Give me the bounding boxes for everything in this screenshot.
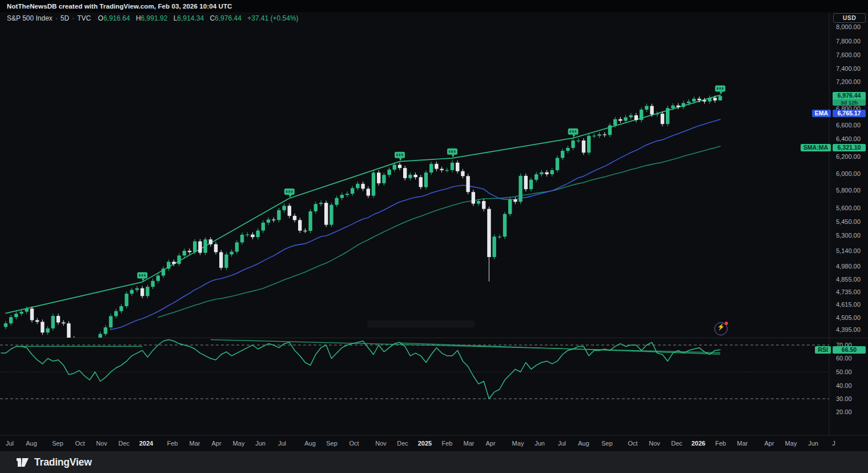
- candle-body: [618, 119, 622, 121]
- rsi-pane[interactable]: [0, 340, 829, 399]
- candle-body: [240, 235, 244, 242]
- candle-body: [46, 328, 49, 332]
- time-tick-label: J: [832, 440, 835, 447]
- candle-body: [41, 322, 44, 332]
- candle-body: [629, 115, 633, 118]
- candle-body: [718, 96, 722, 101]
- open-label: O: [98, 14, 103, 22]
- candle-body: [293, 216, 296, 220]
- notification-dot: [725, 322, 728, 325]
- candle-body: [666, 108, 669, 124]
- candle-body: [702, 100, 706, 101]
- candle-body: [172, 262, 175, 264]
- candle-body: [14, 314, 18, 317]
- attribution-text: NotTheNewsDB created with TradingView.co…: [7, 3, 232, 10]
- candle-body: [109, 316, 112, 327]
- candle-body: [83, 340, 86, 350]
- candle-body: [419, 177, 423, 187]
- candle-body: [251, 235, 254, 238]
- candle-body: [72, 338, 75, 342]
- candle-body: [535, 174, 538, 180]
- price-axis[interactable]: [829, 23, 868, 435]
- high-value: 6,991.92: [141, 14, 168, 22]
- candle-body: [25, 308, 29, 311]
- candle-body: [466, 176, 469, 192]
- candle-body: [361, 184, 364, 189]
- candle-body: [498, 236, 501, 237]
- tradingview-logo-icon: [16, 456, 29, 469]
- rsi-line: [1, 340, 720, 399]
- candle-body: [592, 136, 596, 137]
- candle-body: [124, 294, 128, 306]
- candle-body: [697, 99, 701, 101]
- ema-price-label: EMA 6,765.17: [812, 110, 866, 117]
- candle-body: [445, 170, 449, 171]
- sma-value: 6,321.10: [833, 144, 866, 151]
- candle-body: [640, 110, 643, 120]
- trendline-anchor-marker[interactable]: [715, 85, 725, 94]
- candle-body: [613, 119, 617, 126]
- candle-body: [582, 141, 585, 153]
- tradingview-logo[interactable]: TradingView: [16, 456, 92, 469]
- candle-body: [519, 176, 522, 202]
- candle-body: [708, 98, 712, 101]
- instant-trading-button[interactable]: ⚡: [714, 322, 728, 335]
- candle-body: [351, 188, 354, 194]
- candle-body: [529, 180, 533, 189]
- symbol-name[interactable]: S&P 500 Index: [7, 14, 53, 22]
- candle-body: [329, 205, 333, 225]
- candle-body: [424, 173, 428, 187]
- candles: [4, 95, 722, 364]
- candle-body: [209, 239, 212, 244]
- tradingview-chart-window: 8,000.007,800.007,600.007,400.007,200.00…: [0, 0, 868, 473]
- candle-body: [130, 290, 134, 294]
- rsi-value: 66.50: [833, 346, 866, 354]
- main-chart-pane[interactable]: [4, 85, 725, 364]
- candle-body: [62, 322, 65, 323]
- candle-body: [540, 173, 543, 174]
- rsi-trendline[interactable]: [211, 340, 720, 353]
- currency-toggle-button[interactable]: USD: [833, 13, 866, 23]
- trendline-anchor-marker[interactable]: [284, 189, 295, 198]
- candle-body: [288, 206, 291, 216]
- rsi-trendline[interactable]: [400, 343, 720, 354]
- candle-body: [403, 168, 407, 178]
- candle-body: [219, 252, 223, 267]
- interval-label[interactable]: 5D: [61, 14, 69, 22]
- candle-body: [35, 320, 39, 322]
- candle-body: [577, 141, 580, 141]
- candle-body: [482, 201, 485, 209]
- trendline-anchor-marker[interactable]: [395, 152, 405, 161]
- candle-body: [282, 206, 286, 210]
- candle-body: [308, 211, 312, 231]
- candle-body: [246, 235, 249, 235]
- watermark: [367, 320, 475, 328]
- candle-body: [272, 219, 275, 220]
- candle-body: [624, 117, 627, 121]
- candle-body: [451, 163, 454, 170]
- candle-body: [387, 170, 391, 175]
- chart-canvas[interactable]: 8,000.007,800.007,600.007,400.007,200.00…: [0, 0, 868, 473]
- rsi-value-label: RSI 66.50: [815, 346, 866, 354]
- candle-body: [9, 317, 13, 323]
- time-axis[interactable]: [0, 435, 829, 451]
- trendline-anchor-marker[interactable]: [447, 149, 457, 158]
- candle-body: [135, 288, 139, 290]
- candle-body: [372, 173, 375, 195]
- candle-body: [183, 251, 186, 255]
- candle-body: [408, 175, 412, 178]
- close-value: 6,976.44: [215, 14, 242, 22]
- trendline-anchor-marker[interactable]: [568, 129, 578, 138]
- candle-body: [435, 164, 438, 169]
- candle-body: [356, 184, 359, 189]
- candle-body: [335, 198, 338, 205]
- exchange-label: TVC: [77, 14, 91, 22]
- candle-body: [508, 199, 512, 214]
- candle-body: [524, 176, 528, 189]
- candle-body: [303, 231, 307, 231]
- change-value: +37.41 (+0.54%): [247, 14, 298, 22]
- symbol-header: S&P 500 Index·5D·TVC O6,916.64 H6,991.92…: [7, 14, 299, 23]
- candle-body: [114, 311, 118, 316]
- sma-line: [158, 146, 720, 318]
- candle-body: [650, 106, 653, 115]
